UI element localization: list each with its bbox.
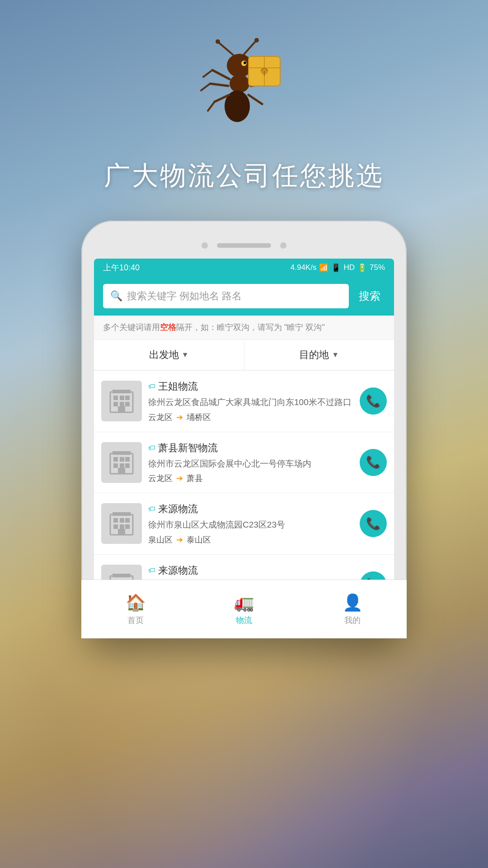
company-thumbnail — [101, 503, 142, 544]
company-list: 🏷 王姐物流 徐州云龙区食品城广大家具城北门向东100米不过路口 云龙区 ➜ 埇… — [94, 371, 394, 616]
nav-logistics[interactable]: 🚛 物流 — [190, 580, 298, 616]
svg-rect-38 — [120, 463, 124, 468]
list-item[interactable]: 🏷 萧县新智物流 徐州市云龙区国际会展中心北一号停车场内 云龙区 ➜ 萧县 📞 — [94, 432, 394, 494]
truck-icon: 🚛 — [234, 593, 254, 612]
nav-profile[interactable]: 👤 我的 — [298, 580, 394, 616]
ant-logo — [192, 36, 296, 140]
main-content: 广大物流公司任您挑选 上午10:40 4.94K/s 📶 📱 HD 🔋 75% — [0, 0, 488, 868]
svg-point-6 — [244, 61, 246, 64]
filter-origin-label: 出发地 — [149, 348, 179, 362]
nav-profile-label: 我的 — [344, 615, 361, 616]
svg-rect-43 — [113, 518, 118, 523]
list-item[interactable]: 🏷 王姐物流 徐州云龙区食品城广大家具城北门向东100米不过路口 云龙区 ➜ 埇… — [94, 371, 394, 432]
company-name: 来源物流 — [158, 564, 198, 577]
company-route: 泉山区 ➜ 泰山区 — [148, 534, 353, 545]
svg-rect-49 — [118, 529, 125, 535]
call-button[interactable]: 📞 — [360, 449, 387, 476]
company-name-row: 🏷 来源物流 — [148, 564, 353, 577]
svg-rect-59 — [113, 574, 131, 577]
svg-point-1 — [216, 39, 220, 44]
svg-rect-46 — [113, 524, 118, 529]
company-name-row: 🏷 王姐物流 — [148, 380, 353, 393]
route-arrow-icon: ➜ — [176, 473, 183, 483]
search-button[interactable]: 搜索 — [354, 289, 385, 303]
call-button[interactable]: 📞 — [360, 387, 387, 415]
nav-logistics-label: 物流 — [236, 615, 252, 616]
home-icon: 🏠 — [126, 593, 146, 612]
svg-rect-48 — [125, 524, 130, 529]
svg-rect-39 — [125, 463, 130, 468]
route-from: 云龙区 — [148, 473, 173, 484]
status-right: 4.94K/s 📶 📱 HD 🔋 75% — [291, 263, 385, 273]
nav-home[interactable]: 🏠 首页 — [94, 580, 190, 616]
call-button[interactable]: 📞 — [360, 510, 387, 537]
svg-point-7 — [230, 75, 249, 93]
phone-screen: 上午10:40 4.94K/s 📶 📱 HD 🔋 75% 🔍 搜索关键字 例如地… — [94, 259, 394, 616]
phone-top — [94, 234, 394, 259]
svg-rect-34 — [113, 457, 118, 462]
svg-rect-26 — [120, 396, 124, 400]
filter-dest-label: 目的地 — [299, 348, 329, 362]
svg-line-0 — [219, 43, 235, 57]
svg-rect-35 — [120, 457, 124, 462]
company-name: 王姐物流 — [158, 380, 198, 393]
company-address: 徐州市泉山区大成物流园C23区23号 — [148, 519, 353, 532]
nav-home-label: 首页 — [127, 615, 144, 616]
company-address: 徐州市云龙区国际会展中心北一号停车场内 — [148, 458, 353, 471]
route-from: 云龙区 — [148, 412, 173, 423]
svg-rect-45 — [125, 518, 130, 523]
building-icon — [108, 449, 135, 476]
dest-arrow-icon: ▼ — [332, 351, 339, 359]
svg-rect-40 — [118, 468, 125, 474]
route-arrow-icon: ➜ — [176, 535, 183, 545]
battery-icon: 🔋 — [357, 263, 367, 273]
svg-rect-29 — [120, 402, 124, 406]
company-route: 云龙区 ➜ 萧县 — [148, 473, 353, 484]
search-input[interactable]: 搜索关键字 例如地名 路名 — [127, 289, 342, 303]
company-badge-icon: 🏷 — [148, 566, 155, 575]
person-icon: 👤 — [343, 593, 363, 612]
wifi-icon: 📶 — [319, 263, 328, 273]
svg-rect-41 — [113, 451, 131, 455]
app-tagline: 广大物流公司任您挑选 — [104, 158, 384, 193]
svg-rect-44 — [120, 518, 124, 523]
svg-line-11 — [210, 84, 228, 86]
phone-mockup: 上午10:40 4.94K/s 📶 📱 HD 🔋 75% 🔍 搜索关键字 例如地… — [81, 221, 407, 638]
route-from: 泉山区 — [148, 534, 173, 545]
svg-rect-36 — [125, 457, 130, 462]
svg-rect-50 — [113, 512, 131, 516]
svg-rect-47 — [120, 524, 124, 529]
status-bar: 上午10:40 4.94K/s 📶 📱 HD 🔋 75% — [94, 259, 394, 277]
company-details: 🏷 王姐物流 徐州云龙区食品城广大家具城北门向东100米不过路口 云龙区 ➜ 埇… — [148, 380, 353, 423]
svg-point-3 — [254, 38, 259, 42]
search-icon: 🔍 — [110, 290, 122, 302]
building-icon — [108, 510, 135, 537]
list-item[interactable]: 🏷 来源物流 徐州市泉山区大成物流园C23区23号 泉山区 ➜ 泰山区 📞 — [94, 493, 394, 555]
company-name-row: 🏷 萧县新智物流 — [148, 441, 353, 455]
origin-arrow-icon: ▼ — [182, 351, 189, 359]
bottom-nav: 🏠 首页 🚛 物流 👤 我的 — [94, 580, 394, 616]
filter-destination[interactable]: 目的地 ▼ — [244, 340, 394, 370]
company-name: 萧县新智物流 — [158, 441, 218, 455]
phone-camera2 — [280, 242, 286, 249]
svg-rect-27 — [125, 396, 130, 400]
status-network: 4.94K/s — [291, 263, 317, 272]
company-thumbnail — [101, 442, 142, 483]
building-icon — [108, 387, 135, 415]
company-badge-icon: 🏷 — [148, 505, 155, 513]
company-badge-icon: 🏷 — [148, 382, 155, 391]
svg-rect-32 — [113, 390, 131, 393]
search-input-wrap[interactable]: 🔍 搜索关键字 例如地名 路名 — [103, 284, 349, 308]
phone-camera — [202, 242, 208, 249]
company-details: 🏷 萧县新智物流 徐州市云龙区国际会展中心北一号停车场内 云龙区 ➜ 萧县 — [148, 441, 353, 484]
route-arrow-icon: ➜ — [176, 412, 183, 422]
filter-origin[interactable]: 出发地 ▼ — [94, 340, 244, 370]
search-bar: 🔍 搜索关键字 例如地名 路名 搜索 — [94, 277, 394, 316]
svg-rect-31 — [118, 406, 125, 412]
status-hd: HD — [343, 263, 355, 272]
status-battery: 75% — [370, 263, 385, 272]
company-details: 🏷 来源物流 徐州市泉山区大成物流园C23区23号 泉山区 ➜ 泰山区 — [148, 502, 353, 545]
route-to: 泰山区 — [187, 534, 211, 545]
logo-area: 广大物流公司任您挑选 — [104, 36, 384, 193]
svg-rect-37 — [113, 463, 118, 468]
